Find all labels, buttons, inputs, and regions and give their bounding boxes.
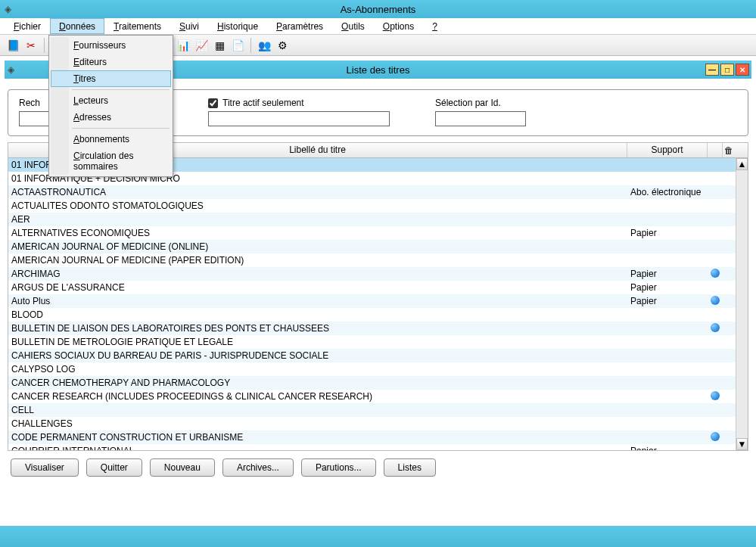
- parutions-button[interactable]: Parutions...: [301, 458, 376, 477]
- grid: Libellé du titre Support 🗑 01 INFORMATIQ…: [8, 142, 748, 451]
- menu-options[interactable]: Options: [374, 18, 423, 34]
- chart-line-icon[interactable]: 📈: [193, 37, 210, 54]
- column-delete-icon[interactable]: 🗑: [723, 143, 735, 157]
- dropdown-item-fournisseurs[interactable]: Fournisseurs: [51, 37, 171, 54]
- table-row[interactable]: AMERICAN JOURNAL OF MEDICINE (PAPER EDIT…: [8, 253, 748, 267]
- table-row[interactable]: AER: [8, 213, 748, 226]
- cell-support: [627, 164, 708, 166]
- table-row[interactable]: CALYPSO LOG: [8, 362, 748, 376]
- dropdown-item-titres[interactable]: Titres: [51, 70, 171, 87]
- cell-globe: [708, 390, 723, 403]
- listes-button[interactable]: Listes: [384, 458, 436, 477]
- table-row[interactable]: Auto PlusPapier: [8, 294, 748, 308]
- cut-icon[interactable]: ✂: [23, 37, 39, 54]
- table-row[interactable]: CANCER CHEMOTHERAPY AND PHARMACOLOGY: [8, 376, 748, 390]
- quitter-button[interactable]: Quitter: [86, 458, 142, 477]
- scroll-up-icon[interactable]: ▲: [736, 158, 748, 170]
- app-icon: ◈: [5, 4, 11, 14]
- column-support[interactable]: Support: [627, 143, 708, 157]
- settings-icon[interactable]: ⚙: [274, 37, 291, 54]
- dropdown-item-abonnements[interactable]: Abonnements: [51, 131, 171, 148]
- chart-bar-icon[interactable]: 📊: [175, 37, 191, 54]
- cell-globe: [708, 164, 723, 166]
- toolbar-separator: [44, 38, 45, 53]
- table-row[interactable]: ARCHIMAGPapier: [8, 267, 748, 281]
- table-row[interactable]: ACTUALITES ODONTO STOMATOLOGIQUES: [8, 199, 748, 213]
- column-icon[interactable]: [708, 143, 723, 157]
- cell-libelle: AMERICAN JOURNAL OF MEDICINE (ONLINE): [8, 241, 627, 253]
- toolbar-separator: [250, 38, 251, 53]
- menu-suivi[interactable]: Suivi: [170, 18, 208, 34]
- cell-support: [627, 382, 708, 384]
- visualiser-button[interactable]: Visualiser: [11, 458, 79, 477]
- cell-libelle: CALYPSO LOG: [8, 363, 627, 375]
- selection-label: Sélection par Id.: [435, 98, 526, 108]
- cell-libelle: ACTAASTRONAUTICA: [8, 186, 627, 198]
- table-row[interactable]: CAHIERS SOCIAUX DU BARREAU DE PARIS - JU…: [8, 349, 748, 362]
- cell-support: Papier: [627, 445, 708, 450]
- cell-support: [627, 409, 708, 411]
- nouveau-button[interactable]: Nouveau: [150, 458, 215, 477]
- cell-globe: [708, 409, 723, 411]
- cell-support: [627, 355, 708, 356]
- table-row[interactable]: ALTERNATIVES ECONOMIQUESPapier: [8, 226, 748, 240]
- table-row[interactable]: COURRIER INTERNATIONALPapier: [8, 444, 748, 450]
- cell-support: [627, 396, 708, 397]
- grid-icon[interactable]: ▦: [211, 37, 228, 54]
- menu-donnes[interactable]: Données: [50, 18, 104, 34]
- book-icon[interactable]: 📘: [5, 37, 21, 54]
- cell-support: [627, 368, 708, 370]
- cell-libelle: AMERICAN JOURNAL OF MEDICINE (PAPER EDIT…: [8, 254, 627, 266]
- dropdown-item-circulationdessommaires[interactable]: Circulation des sommaires: [51, 148, 171, 175]
- titre-actif-checkbox[interactable]: [208, 98, 218, 108]
- selection-input[interactable]: [435, 111, 526, 126]
- menu-paramtres[interactable]: Paramètres: [267, 18, 332, 34]
- archives-button[interactable]: Archives...: [222, 458, 294, 477]
- menu-fichier[interactable]: Fichier: [5, 18, 50, 34]
- cell-globe: [708, 382, 723, 384]
- table-row[interactable]: CELL: [8, 403, 748, 417]
- dropdown-item-adresses[interactable]: Adresses: [51, 109, 171, 126]
- cell-globe: [708, 423, 723, 424]
- cell-libelle: COURRIER INTERNATIONAL: [8, 445, 627, 450]
- table-row[interactable]: AMERICAN JOURNAL OF MEDICINE (ONLINE): [8, 240, 748, 253]
- dropdown-separator: [72, 89, 170, 90]
- minimize-button[interactable]: —: [705, 64, 719, 76]
- dropdown-item-lecteurs[interactable]: Lecteurs: [51, 92, 171, 109]
- table-row[interactable]: ARGUS DE L'ASSURANCEPapier: [8, 281, 748, 294]
- vertical-scrollbar[interactable]: ▲ ▼: [736, 158, 748, 450]
- users-icon[interactable]: 👥: [256, 37, 272, 54]
- cell-globe: [708, 295, 723, 308]
- menu-[interactable]: ?: [423, 18, 446, 34]
- libelle-input[interactable]: [208, 111, 390, 126]
- cell-libelle: Auto Plus: [8, 295, 627, 307]
- cell-libelle: CELL: [8, 404, 627, 416]
- scroll-down-icon[interactable]: ▼: [736, 438, 748, 450]
- cell-support: [627, 341, 708, 343]
- table-row[interactable]: BLOOD: [8, 308, 748, 322]
- table-row[interactable]: CANCER RESEARCH (INCLUDES PROCEEDINGS & …: [8, 390, 748, 403]
- table-row[interactable]: CODE PERMANENT CONSTRUCTION ET URBANISME: [8, 430, 748, 444]
- dropdown-item-editeurs[interactable]: Editeurs: [51, 54, 171, 70]
- cell-globe: [708, 322, 723, 335]
- table-row[interactable]: ACTAASTRONAUTICAAbo. électronique: [8, 185, 748, 199]
- menu-outils[interactable]: Outils: [332, 18, 374, 34]
- window-controls: — □ ✕: [705, 64, 749, 76]
- grid-body: 01 INFORMATIQUE01 INFORMATIQUE + DECISIO…: [8, 158, 748, 450]
- cell-libelle: ARCHIMAG: [8, 268, 627, 280]
- close-button[interactable]: ✕: [736, 64, 749, 76]
- report-icon[interactable]: 📄: [229, 37, 246, 54]
- maximize-button[interactable]: □: [720, 64, 734, 76]
- menu-traitements[interactable]: Traitements: [104, 18, 170, 34]
- table-row[interactable]: BULLETIN DE LIAISON DES LABORATOIRES DES…: [8, 322, 748, 335]
- subwindow-icon: ◈: [8, 64, 14, 75]
- cell-globe: [708, 191, 723, 193]
- cell-support: [627, 219, 708, 220]
- menu-historique[interactable]: Historique: [208, 18, 267, 34]
- table-row[interactable]: BULLETIN DE METROLOGIE PRATIQUE ET LEGAL…: [8, 335, 748, 349]
- cell-libelle: CANCER RESEARCH (INCLUDES PROCEEDINGS & …: [8, 390, 627, 402]
- table-row[interactable]: CHALLENGES: [8, 417, 748, 430]
- button-row: Visualiser Quitter Nouveau Archives... P…: [11, 458, 745, 477]
- cell-libelle: CHALLENGES: [8, 418, 627, 430]
- cell-libelle: CANCER CHEMOTHERAPY AND PHARMACOLOGY: [8, 377, 627, 389]
